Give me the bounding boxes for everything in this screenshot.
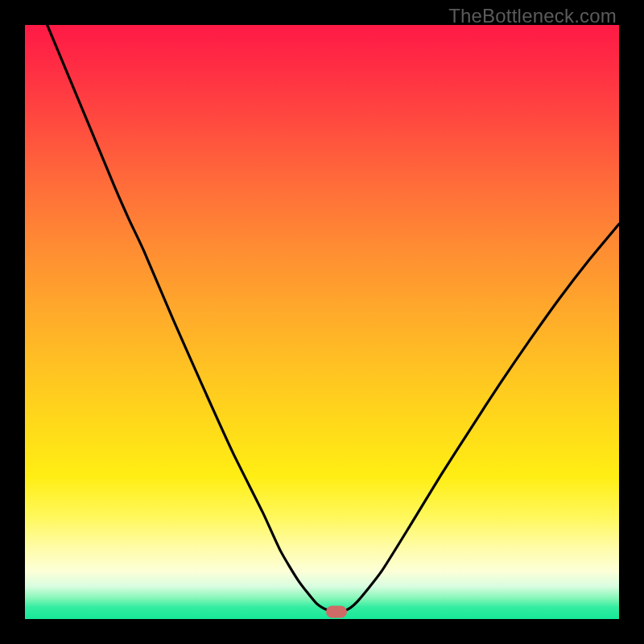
watermark-text: TheBottleneck.com bbox=[448, 5, 617, 27]
plot-area bbox=[25, 25, 619, 619]
outer-frame: TheBottleneck.com bbox=[0, 0, 644, 644]
bottleneck-curve bbox=[25, 25, 619, 619]
optimum-marker bbox=[326, 606, 347, 618]
